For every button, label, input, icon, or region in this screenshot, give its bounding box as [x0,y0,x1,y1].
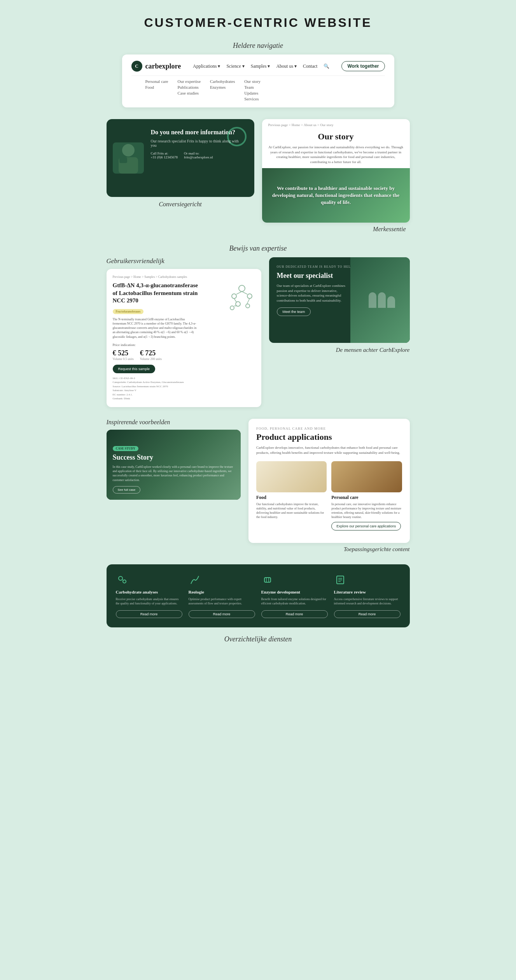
carbohydrate-icon [116,574,128,586]
navigation-card: C carbexplore Applications ▾ Science ▾ S… [122,54,394,107]
specialist-avatar [113,142,144,174]
reologie-svg [189,574,200,585]
molecule-diagram [226,281,257,312]
product-prices: € 525 Volume 0.5 units € 725 Volume 200 … [113,349,255,361]
service-title-0: Carbohydrate analyses [116,589,158,595]
price-sub-1: Volume 0.5 units [113,357,134,361]
service-title-1: Reologie [189,589,204,595]
nav-carbohydrates[interactable]: Carbohydrates [210,79,235,84]
service-btn-0[interactable]: Read more [116,610,182,618]
service-btn-1[interactable]: Read more [189,610,255,618]
explore-care-button[interactable]: Explore our personal care applications [331,522,401,530]
nav-team[interactable]: Team [244,85,261,90]
success-title: Success Story [113,453,234,462]
svg-point-6 [236,302,240,306]
toepass-section-label: Toepassingsgerichte content [248,546,410,553]
nav-col-about: Our story Team Updates Services [244,79,261,101]
svg-point-5 [247,294,252,299]
svg-line-9 [236,292,242,294]
nav-col-science: Our expertise Publications Case studies [177,79,201,101]
enzyme-icon [261,574,274,586]
service-literature: Literature review Access comprehensive l… [334,574,401,618]
svg-line-16 [122,580,123,580]
request-sample-button[interactable]: Request this sample [113,365,156,373]
inspirerende-label: Inspirerende voorbeelden [107,419,241,426]
reologie-icon [189,574,201,586]
svg-line-10 [242,292,247,294]
nav-publications[interactable]: Publications [177,85,201,90]
product-breadcrumb: Previous page > Home > Samples > Carbohy… [113,275,255,279]
nav-services[interactable]: Services [244,97,261,101]
conversion-card: Do you need more information? Our resear… [107,119,254,197]
logo[interactable]: C carbexplore [131,61,181,72]
nav-cta-button[interactable]: Work together [341,61,385,71]
section-label-nav: Heldere navigatie [8,42,508,50]
nav-samples[interactable]: Samples ▾ [251,63,270,69]
search-icon[interactable]: 🔍 [324,63,329,69]
nav-enzymes[interactable]: Enzymes [210,85,235,90]
svg-point-15 [123,580,126,583]
price-label: Price indication: [113,343,255,347]
product-sku: SKU: CE-ENZ-09-3 Categorieën: Carbohydra… [113,376,255,401]
inspirerende-left: Inspirerende voorbeelden CASE STUDY Succ… [107,419,241,500]
nav-divider [131,76,385,76]
price-amount-2: € 725 [140,349,162,357]
success-tag: CASE STUDY [113,446,138,451]
svg-point-4 [232,294,236,299]
care-title: Personal care [331,495,402,501]
brand-image-text: We contribute to a healthier and sustain… [262,177,410,214]
success-card: CASE STUDY Success Story In this case st… [107,430,241,500]
service-desc-0: Receive precise carbohydrate analysis th… [116,597,182,606]
nav-updates[interactable]: Updates [244,91,261,95]
lab-person-3 [387,296,395,308]
product-app-card: FOOD, PERSONAL CARE AND MORE Product app… [248,419,410,543]
nav-science[interactable]: Science ▾ [226,63,244,69]
svg-point-3 [239,285,245,292]
expertise-right: OUR DEDICATED TEAM IS READY TO HELP Meet… [269,257,410,353]
nav-contact[interactable]: Contact [303,63,317,69]
service-btn-2[interactable]: Read more [261,610,328,618]
care-image [331,461,402,492]
conversion-subtitle: Our research specialist Frits is happy t… [151,139,245,148]
nav-our-expertise[interactable]: Our expertise [177,79,201,84]
svg-point-8 [230,306,234,310]
price-amount-1: € 525 [113,349,134,357]
categories-value: Categorieën: Carbohydrate Active Enzymes… [113,380,255,385]
nav-food[interactable]: Food [145,85,168,90]
gebruikers-label: Gebruikersvriendelijk [107,257,261,265]
nav-case-studies[interactable]: Case studies [177,91,201,95]
call-number: +31 (0)6 12345678 [151,155,178,159]
svg-point-7 [246,304,250,308]
svg-rect-17 [264,578,271,582]
meet-team-button[interactable]: Meet the team [277,307,311,316]
substrate-value: Substrate: Amylose V [113,388,255,393]
enzyme-svg [262,574,273,585]
nav-about[interactable]: About us ▾ [276,63,297,69]
product-title: GtfB-ΔN 4,3-α-glucanotransferase of Lact… [113,282,198,305]
nav-applications[interactable]: Applications ▾ [193,63,220,69]
services-card: Carbohydrate analyses Receive precise ca… [107,564,410,628]
product-app-food: Food Our functional carbohydrates improv… [256,461,327,530]
food-desc: Our functional carbohydrates improve the… [256,502,327,520]
mensen-section-label: De mensen achter CarbExplore [269,347,410,353]
service-btn-3[interactable]: Read more [334,610,401,618]
nav-our-story[interactable]: Our story [244,79,261,84]
person-svg [115,142,142,174]
svg-point-0 [122,144,135,156]
call-info: Call Frits at: +31 (0)6 12345678 [151,151,178,159]
service-title-2: Enzyme development [261,589,301,595]
expertise-section: Gebruikersvriendelijk Previous page > Ho… [107,257,410,407]
brand-description: At CarbExplore, our passion for innovati… [262,145,410,168]
nav-personal-care[interactable]: Personal care [145,79,168,84]
logo-text: carbexplore [145,62,181,70]
svg-line-11 [234,299,236,302]
service-desc-3: Access comprehensive literature reviews … [334,597,401,606]
product-description: The N-terminally truncated GtfB enzyme o… [113,317,198,339]
email-info: Or mail to: frits@carbexplore.nl [184,151,213,159]
brand-card: Previous page > Home > About us > Our st… [262,119,410,223]
see-full-case-button[interactable]: See full case [113,486,141,494]
service-carbohydrate: Carbohydrate analyses Receive precise ca… [116,574,182,618]
service-desc-2: Benefit from tailored enzyme solutions d… [261,597,328,606]
lab-person-2 [378,292,386,308]
brand-section-label: Merkessentie [262,226,410,233]
